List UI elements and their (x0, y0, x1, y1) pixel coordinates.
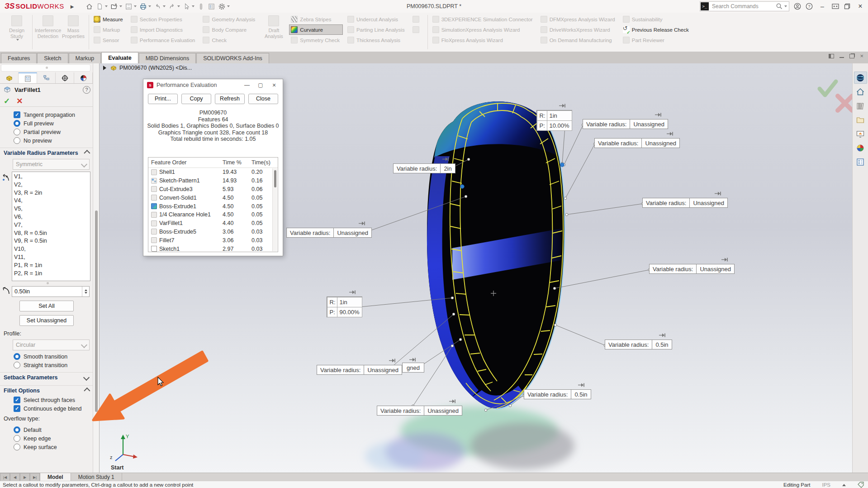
pen-icon[interactable] (196, 1, 206, 12)
dropdown-caret-icon[interactable] (192, 5, 194, 7)
tangent-propagation-checkbox[interactable]: ✓ (14, 111, 20, 118)
tag-icon[interactable] (858, 482, 864, 488)
cancel-button[interactable]: ✕ (16, 96, 23, 106)
callout[interactable]: Variable radius:Unassigned (286, 228, 372, 238)
units-caret-icon[interactable] (842, 484, 846, 486)
radius-list-item[interactable]: V11, (14, 254, 88, 262)
callout-value[interactable]: Unassigned (424, 406, 462, 416)
tab-features[interactable]: Features (1, 53, 37, 63)
callout-value[interactable]: 2in (440, 163, 455, 173)
section-setback-parameters[interactable]: Setback Parameters (0, 372, 93, 383)
r-value[interactable]: 1in (547, 110, 572, 121)
callout[interactable]: Variable radius:0.5in (605, 340, 672, 349)
doc-restore-icon[interactable] (849, 54, 854, 58)
radius-list-item[interactable]: V5, (14, 205, 88, 213)
pin-icon[interactable] (442, 156, 450, 161)
search-icon[interactable] (776, 3, 783, 10)
radius-list-item[interactable]: V2, (14, 181, 88, 189)
flyout-feature-tree[interactable]: PM009670 (WN2025) <Dis... (103, 65, 192, 71)
ribbon-button-curvature[interactable]: Curvature (289, 24, 343, 35)
occluded-callout[interactable]: gned (402, 364, 424, 371)
callout-value[interactable]: Unassigned (689, 198, 728, 208)
ribbon-button-measure[interactable]: Measure (92, 14, 126, 24)
radius-list-item[interactable]: V4, (14, 197, 88, 205)
table-row[interactable]: Shell119.430.20 (148, 168, 278, 177)
search-scope-icon[interactable]: >_ (701, 2, 709, 10)
callout[interactable]: Variable radius:Unassigned (594, 138, 680, 148)
list-resize-handle[interactable] (0, 281, 93, 285)
radius-list-item[interactable]: V1, (14, 173, 88, 181)
pin-icon[interactable] (449, 398, 457, 403)
tab-sketch[interactable]: Sketch (37, 53, 68, 63)
dropdown-caret-icon[interactable] (148, 5, 151, 7)
col-feature-order[interactable]: Feature Order (148, 159, 223, 166)
radius-list-item[interactable]: V9, R = 0.5in (14, 237, 88, 245)
callout[interactable]: R:1inP:10.00% (536, 110, 572, 131)
select-icon[interactable] (182, 1, 195, 12)
nav-next-icon[interactable]: ▶ (20, 473, 30, 481)
radio-icon[interactable] (14, 426, 20, 433)
dialog-titlebar[interactable]: S Performance Evaluation — ▢ × (143, 79, 283, 91)
callout[interactable]: Variable radius:Unassigned (377, 406, 462, 416)
radius-list-item[interactable]: P2, R = 1in (14, 270, 88, 278)
table-row[interactable]: Convert-Solid14.500.05 (148, 193, 278, 202)
table-row[interactable]: Cut-Extrude35.930.06 (148, 185, 278, 194)
arrange-windows-icon[interactable] (832, 3, 839, 10)
set-all-button[interactable]: Set All (19, 301, 74, 311)
callout[interactable]: Variable radius:Unassigned (642, 198, 728, 208)
callout-value[interactable]: 0.5in (652, 340, 672, 349)
table-row[interactable]: Fillet73.060.03 (148, 236, 278, 244)
callout-value[interactable]: gned (402, 363, 424, 373)
callout[interactable]: Variable radius:0.5in (524, 389, 591, 399)
radio-icon[interactable] (14, 129, 20, 135)
pane-split-icon[interactable] (829, 54, 834, 58)
panel-tab-property-manager[interactable] (19, 72, 37, 83)
select-through-faces-checkbox[interactable]: ✓ (14, 397, 20, 403)
pin-icon[interactable] (715, 191, 722, 196)
tab-motion-study-1[interactable]: Motion Study 1 (71, 473, 122, 481)
radius-list-item[interactable]: V3, R = 2in (14, 189, 88, 197)
tree-root-label[interactable]: PM009670 (WN2025) <Dis... (119, 65, 192, 71)
set-unassigned-button[interactable]: Set Unassigned (19, 315, 74, 326)
dropdown-caret-icon[interactable] (227, 5, 230, 7)
transition-radio-smooth-transition[interactable]: Smooth transition (0, 352, 93, 361)
overflow-radio-default[interactable]: Default (0, 426, 93, 434)
pin-icon[interactable] (659, 332, 667, 337)
nav-last-icon[interactable]: ▶| (30, 473, 40, 481)
pin-icon[interactable] (667, 131, 674, 136)
panel-tab-feature-manager[interactable] (0, 72, 19, 83)
copy-button[interactable]: Copy (181, 94, 211, 104)
tab-model[interactable]: Model (40, 473, 71, 481)
callout-value[interactable]: Unassigned (630, 119, 668, 129)
radius-list-item[interactable]: V7, (14, 221, 88, 230)
panel-tab-configuration-manager[interactable] (37, 72, 56, 83)
taskpane-design-library-icon[interactable] (854, 100, 867, 112)
dropdown-caret-icon[interactable] (119, 5, 122, 7)
panel-scrollbar[interactable] (93, 63, 99, 473)
profile-dropdown[interactable]: Circular (13, 340, 90, 350)
panel-tab-dimxpert-manager[interactable] (56, 72, 74, 83)
callout[interactable]: Variable radius:2in (393, 163, 455, 173)
table-row[interactable]: Sketch-Pattern114.930.16 (148, 177, 278, 185)
dropdown-caret-icon[interactable] (134, 5, 137, 7)
doc-minimize-icon[interactable] (840, 57, 844, 58)
help-icon[interactable]: ? (806, 3, 813, 10)
print-button[interactable]: Print... (148, 94, 178, 104)
tab-markup[interactable]: Markup (69, 53, 101, 63)
overflow-radio-keep-surface[interactable]: Keep surface (0, 443, 93, 451)
taskpane-file-explorer-icon[interactable] (854, 114, 867, 126)
pin-icon[interactable] (721, 257, 729, 262)
unit-system-label[interactable]: IPS (822, 482, 830, 488)
taskpane-custom-properties-icon[interactable] (854, 156, 867, 168)
minimize-button[interactable]: – (817, 3, 827, 10)
radio-icon[interactable] (14, 435, 20, 442)
panel-tab-display-manager[interactable] (74, 72, 93, 83)
search-commands-box[interactable]: >_ Search Commands (700, 1, 789, 11)
menu-expand-icon[interactable]: ▶ (71, 4, 74, 9)
help-icon[interactable]: ? (83, 86, 90, 94)
callout-value[interactable]: Unassigned (641, 138, 680, 148)
task-list-icon[interactable] (207, 1, 216, 12)
radius-stepper[interactable] (82, 287, 89, 297)
section-fillet-options[interactable]: Fillet Options (0, 385, 93, 396)
callout[interactable]: Variable radius:Unassignedgned (317, 365, 402, 375)
